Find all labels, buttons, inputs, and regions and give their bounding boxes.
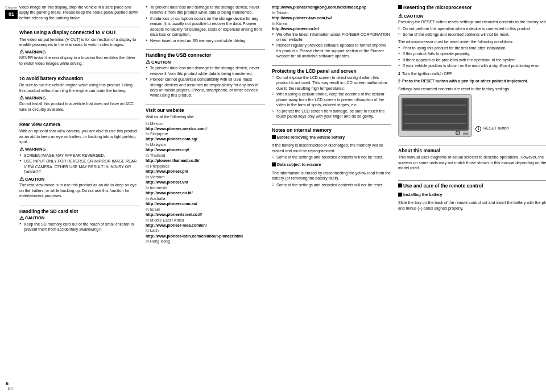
rearview-body: With an optional rear view camera, you a… (19, 128, 139, 144)
vout-body: The video output terminal (V OUT) is for… (19, 37, 139, 48)
remote-title: Use and care of the remote control (403, 183, 483, 189)
battery-body: Be sure to run the vehicle engine while … (19, 82, 139, 93)
chapter-number: 01 (5, 10, 18, 19)
country-middleeast: In Middle East / Africa (146, 218, 265, 223)
sdcard-caution-list: Keep the SD memory card out of the reach… (24, 222, 139, 232)
usb-bullet-1: To prevent data loss and damage to the s… (150, 65, 265, 76)
sdcard-title: Handling the SD card slot (19, 208, 139, 214)
step-2-sub: Settings and recorded contents are reset… (398, 86, 546, 91)
circle-1-label: 1 (456, 130, 461, 135)
intro-section: video image on this display, stop the ve… (19, 5, 139, 22)
reset-check-1: Do not perform this operation when a dev… (398, 26, 546, 31)
country-philippines: In Philippines (146, 164, 265, 169)
caution-rearview-text: The rear view mode is to use this produc… (19, 182, 139, 198)
warning-label: ⚠ WARNING (19, 49, 139, 55)
warning-rearview-bullets: SCREEN IMAGE MAY APPEAR REVERSED. USE IN… (24, 153, 139, 175)
country-indonesia: In Indonesia (146, 185, 265, 190)
korea-label: In Korea (272, 21, 391, 26)
warning-rearview-label: ⚠ WARNING (19, 147, 139, 152)
battery-install-black-square (398, 193, 402, 197)
memory-section: Notes on internal memory Before removing… (272, 122, 391, 188)
chapter-label: Chapter (5, 6, 17, 9)
lcd-section: Protecting the LCD panel and screen Do n… (272, 63, 391, 120)
caution-sdcard-label: ⚠ CAUTION (19, 215, 139, 221)
lcd-item-3: To protect the LCD screen from damage, b… (272, 109, 391, 119)
battery-sub-title: Before removing the vehicle battery (277, 135, 345, 140)
memory-title: Notes on internal memory (272, 127, 391, 133)
country-list: In Mexico http://www.pioneer-mexico.com/… (146, 121, 265, 244)
country-vietnam: In Vietnam (146, 174, 265, 180)
reset-bullet-2: If this product fails to operate properl… (403, 51, 546, 56)
screen-line (404, 123, 466, 124)
bullet-item: SCREEN IMAGE MAY APPEAR REVERSED. (24, 153, 139, 158)
erasure-sub-item: Some of the settings and recorded conten… (272, 182, 391, 187)
reset-caution-label: ⚠ CAUTION (398, 13, 546, 19)
manual-title: About this manual (398, 148, 546, 153)
url-korea: http://www.pioneer.co.kr/ (272, 26, 391, 32)
reset-button-caption: 1 RESET button (475, 94, 509, 132)
url-taiwan: http://www.pioneer-twn.com.tw/ (272, 15, 391, 21)
country-hongkong: In Hong Kong (146, 239, 265, 244)
reset-check-2: Some of the settings and recorded conten… (398, 32, 546, 37)
reset-button-indicator: RST (463, 132, 469, 135)
url-australia: http://www.pioneer.com.au/ (146, 201, 265, 207)
sd-bullet-2: If data loss or corruption occurs on the… (150, 16, 265, 37)
reset-section: Resetting the microprocessor ⚠ CAUTION P… (398, 5, 546, 137)
black-square-icon (272, 135, 276, 139)
bullet-item: USE INPUT ONLY FOR REVERSE OR MIRROR IMA… (24, 159, 139, 174)
page-number: 6 (6, 381, 9, 386)
taiwan-label: In Taiwan (272, 10, 391, 15)
step-2-text: Press the RESET button with a pen tip or… (402, 78, 528, 84)
url-vietnam: http://www.pioneer.vn/ (146, 180, 265, 185)
url-mexico: http://www.pioneer-mexico.com/ (146, 126, 265, 132)
warning-rearview: ⚠ WARNING SCREEN IMAGE MAY APPEAR REVERS… (19, 147, 139, 175)
reset-button-label: RESET button (483, 126, 509, 131)
url-indonesia: http://www.pioneer.co.id/ (146, 190, 265, 196)
reset-bullets: Prior to using this product for the firs… (403, 45, 546, 69)
pioneer-bullet-1: We offer the latest information about PI… (276, 32, 391, 43)
country-malaysia: In Malaysia (146, 142, 265, 147)
usb-title: Handling the USB connector (146, 52, 265, 58)
screen-line (404, 105, 466, 106)
usb-bullet-2: Pioneer cannot guarantee compatibility w… (150, 77, 265, 98)
column-1: video image on this display, stop the ve… (19, 5, 139, 387)
lcd-item-2: When using a cellular phone, keep the an… (272, 91, 391, 107)
manual-text: This manual uses diagrams of actual scre… (398, 155, 546, 170)
battery-sub-text: If the battery is disconnected or discha… (272, 143, 391, 153)
country-latin: In Latin (146, 228, 265, 233)
sd-bullets-section: To prevent data loss and damage to the s… (146, 5, 265, 44)
lang-label: En (8, 386, 13, 390)
url-singapore: http://www.pioneer.com.sg/ (146, 136, 265, 142)
erasure-subsection-title: Data subject to erasure (272, 162, 391, 168)
website-section: Visit our website Visit us at the follow… (146, 102, 265, 244)
usb-bullets: To prevent data loss and damage to the s… (150, 65, 265, 98)
url-thailand: http://pioneer-thailand.co.th/ (146, 158, 265, 164)
reset-label-row: 1 RESET button (475, 126, 509, 132)
screen-line (404, 114, 466, 115)
usb-section: Handling the USB connector ⚠ CAUTION To … (146, 47, 265, 99)
column-3: http://www.pioneerhongkong.com.hk/cf/ind… (272, 5, 391, 387)
sdcard-caution-text: Keep the SD memory card out of the reach… (24, 222, 139, 232)
country-thailand: In Thailand (146, 153, 265, 158)
remote-black-square (398, 184, 402, 187)
url-philippines: http://www.pioneer.ph/ (146, 169, 265, 174)
device-screen-area (402, 98, 469, 131)
content-area: video image on this display, stop the ve… (19, 5, 543, 387)
erasure-sub-text: The information is erased by disconnecti… (272, 170, 391, 181)
url-malaysia: http://www.pioneer.my/ (146, 147, 265, 153)
battery-install-title-container: Installing the battery (398, 192, 546, 198)
lcd-item-1: Do not expose the LCD screen to direct s… (272, 75, 391, 91)
warning-battery-text: Do not install this product in a vehicle… (19, 101, 139, 112)
usb-caution-label: ⚠ CAUTION (146, 59, 265, 65)
website-intro: Visit us at the following site: (146, 114, 265, 119)
reset-title-container: Resetting the microprocessor (398, 5, 546, 11)
sd-bullet-1: To prevent data loss and damage to the s… (150, 5, 265, 15)
column-2: To prevent data loss and damage to the s… (146, 5, 265, 387)
url-middleeast: http://www.pioneer-mea.com/en/ (146, 223, 265, 228)
pioneer-bullet-2: Pioneer regularly provides software upda… (276, 43, 391, 59)
url-hk: http://www.pioneerhongkong.com.hk/cf/ind… (272, 5, 391, 10)
reset-black-square (398, 5, 402, 9)
url-israel: http://www.pioneerisrael.co.il/ (146, 212, 265, 218)
website-title: Visit our website (146, 107, 265, 113)
remote-section: Use and care of the remote control Insta… (398, 178, 546, 212)
